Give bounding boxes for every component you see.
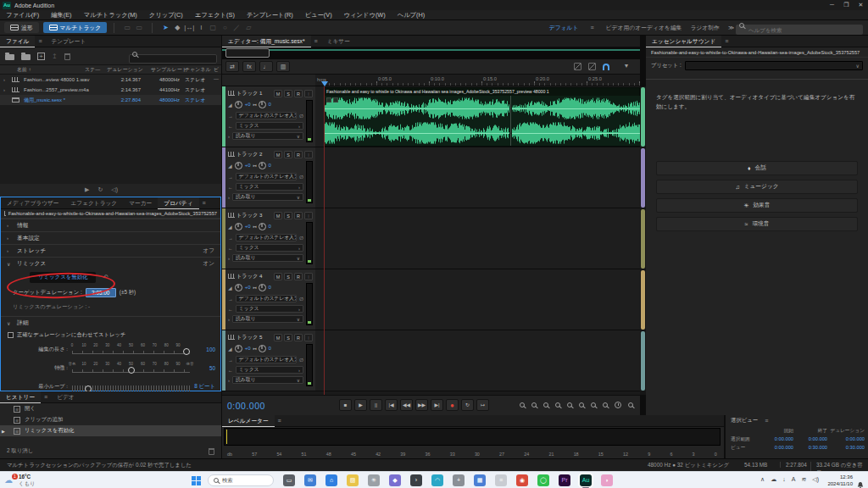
- tab-history[interactable]: ヒストリー: [0, 391, 41, 403]
- pan-knob[interactable]: [259, 101, 266, 108]
- tab-level-meter[interactable]: レベルメーター: [222, 415, 275, 427]
- pan-knob[interactable]: [259, 345, 266, 352]
- history-item[interactable]: ≋開く: [0, 403, 221, 414]
- edit-length-slider[interactable]: 0102030405060708090: [72, 343, 190, 357]
- history-item[interactable]: ≋リミックスを有効化: [0, 425, 221, 436]
- zoom-out-time-icon[interactable]: [555, 402, 560, 408]
- solo-button[interactable]: S: [284, 90, 292, 97]
- solo-button[interactable]: S: [284, 334, 292, 341]
- tab-effects-rack[interactable]: エフェクトラック: [64, 197, 123, 209]
- track-lane[interactable]: [315, 147, 640, 208]
- panel-menu-icon[interactable]: ≡: [41, 394, 51, 400]
- move-tool[interactable]: ➤: [159, 24, 171, 31]
- input-select[interactable]: デフォルトのステレオ入力›: [236, 295, 297, 302]
- skip-to-start-button[interactable]: |◀: [385, 399, 398, 411]
- fast-forward-button[interactable]: ▶▶: [415, 399, 428, 411]
- input-select[interactable]: デフォルトのステレオ入力›: [236, 112, 297, 119]
- automation-mode-select[interactable]: 読み取り∨: [232, 376, 303, 384]
- track-scroll-segment[interactable]: [641, 331, 645, 391]
- taskbar-app-store[interactable]: ⌂: [326, 474, 337, 486]
- tray-ime-icon[interactable]: A: [792, 476, 796, 483]
- taskbar-app-chrome[interactable]: ◉: [516, 474, 528, 486]
- feature-slider[interactable]: 102030405060708090音色倍音: [72, 362, 190, 375]
- taskbar-app-tools[interactable]: +: [453, 474, 465, 486]
- start-button[interactable]: [192, 476, 201, 485]
- pause-button[interactable]: ||: [370, 399, 382, 411]
- zoom-out-point-icon[interactable]: [591, 402, 596, 408]
- preview-play-icon[interactable]: ▶: [85, 186, 89, 193]
- taskbar-clock[interactable]: 12:36 2024/11/10: [827, 474, 853, 487]
- menu-item[interactable]: クリップ(C): [143, 11, 189, 19]
- help-search-input[interactable]: [736, 25, 863, 35]
- file-row[interactable]: ›Fashion...eview 48000 1.wav2:14.3674800…: [0, 75, 221, 85]
- section-stretch[interactable]: › ストレッチ オフ: [1, 244, 220, 257]
- menu-item[interactable]: エフェクト(S): [189, 11, 241, 19]
- pan-knob[interactable]: [259, 162, 266, 169]
- track-name[interactable]: トラック 3: [236, 212, 272, 219]
- col-status[interactable]: ステ―: [85, 65, 100, 75]
- automation-mode-select[interactable]: 読み取り∨: [232, 193, 303, 201]
- col-duration[interactable]: デュレーション: [107, 65, 143, 75]
- track-lane[interactable]: [315, 269, 640, 330]
- col-samplerate[interactable]: サンプルレート: [151, 65, 187, 75]
- zoom-navigator[interactable]: [222, 47, 640, 59]
- slip-tool[interactable]: |↔|: [183, 24, 195, 31]
- stretch-checkbox[interactable]: [8, 332, 14, 338]
- solo-button[interactable]: S: [284, 151, 292, 158]
- layout-icon-1[interactable]: ▭: [121, 24, 133, 31]
- track-lane[interactable]: [315, 208, 640, 269]
- panel-menu-icon[interactable]: ≡: [275, 418, 285, 424]
- taskbar-app-terminal[interactable]: ›: [410, 474, 422, 486]
- lasso-selection-tool[interactable]: ○: [219, 24, 231, 31]
- music-button[interactable]: ♫ ミュージック: [656, 180, 858, 194]
- open-file-icon[interactable]: [5, 54, 14, 60]
- track-scroll-segment[interactable]: [641, 209, 645, 269]
- clip-waveform[interactable]: [325, 96, 640, 146]
- workspace-menu-icon[interactable]: ≡: [587, 25, 598, 30]
- track-scroll-segment[interactable]: [641, 148, 645, 208]
- target-duration-field[interactable]: 2:05.00: [86, 288, 116, 297]
- playhead-marker[interactable]: [321, 81, 328, 86]
- menu-item[interactable]: ファイル(F): [0, 11, 45, 19]
- input-select[interactable]: デフォルトのステレオ入力›: [236, 173, 297, 180]
- clip-fx-chip-icon[interactable]: [326, 97, 331, 103]
- taskbar-app-explorer[interactable]: ▨: [347, 474, 359, 486]
- arm-record-button[interactable]: R: [294, 273, 303, 280]
- taskbar-app-photos[interactable]: ◆: [389, 474, 401, 486]
- menu-item[interactable]: ヘルプ(H): [392, 11, 431, 19]
- auto-crossfade-icon[interactable]: [574, 63, 581, 70]
- new-item-icon[interactable]: +: [37, 53, 45, 60]
- solo-button[interactable]: S: [284, 273, 292, 280]
- tray-wifi-icon[interactable]: ≋: [801, 476, 806, 483]
- menu-item[interactable]: テンプレート(R): [241, 11, 299, 19]
- track-name[interactable]: トラック 1: [236, 90, 272, 97]
- spot-healing-tool[interactable]: ▱: [242, 24, 254, 31]
- taskbar-search[interactable]: 検索: [208, 474, 274, 486]
- output-select[interactable]: ミックス›: [236, 366, 303, 374]
- tray-volume-icon[interactable]: ◁): [812, 476, 819, 483]
- tab-markers[interactable]: マーカー: [123, 197, 158, 209]
- tab-media-browser[interactable]: メディアブラウザー: [1, 197, 64, 209]
- fx-rack-icon[interactable]: fx: [242, 61, 256, 72]
- track-scroll-segment[interactable]: [641, 270, 645, 330]
- taskbar-app-widgets[interactable]: ▦: [474, 474, 486, 486]
- tab-video[interactable]: ビデオ: [51, 391, 81, 403]
- mute-button[interactable]: M: [274, 334, 282, 341]
- section-info[interactable]: › 情報: [1, 219, 220, 231]
- pan-knob[interactable]: [259, 223, 266, 230]
- metronome-icon[interactable]: ♩: [259, 61, 273, 72]
- track-scrollbar[interactable]: [640, 86, 646, 395]
- arm-record-button[interactable]: R: [294, 212, 303, 219]
- taskbar-app-audition[interactable]: Au: [580, 474, 592, 486]
- volume-knob[interactable]: [235, 101, 242, 108]
- mute-button[interactable]: M: [274, 151, 282, 158]
- time-selection-tool[interactable]: I: [195, 24, 207, 31]
- meter-bars-icon[interactable]: ▥: [276, 61, 290, 72]
- track-name[interactable]: トラック 4: [236, 273, 272, 280]
- pan-knob[interactable]: [259, 284, 266, 291]
- input-select[interactable]: デフォルトのステレオ入力›: [236, 356, 297, 363]
- tab-templates[interactable]: テンプレート: [45, 36, 92, 47]
- tab-mixer[interactable]: ミキサー: [321, 36, 356, 47]
- taskbar-app-settings[interactable]: ✳: [368, 474, 380, 486]
- edit-length-knob[interactable]: [183, 348, 190, 355]
